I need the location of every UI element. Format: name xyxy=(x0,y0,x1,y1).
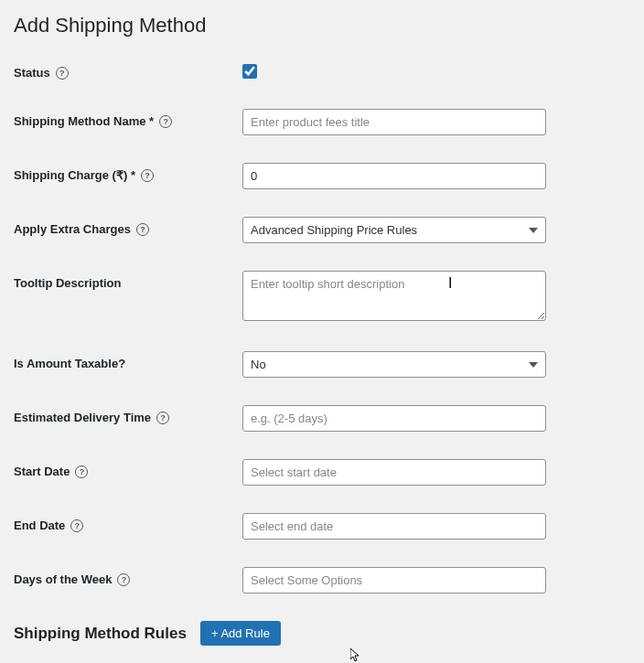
rules-title: Shipping Method Rules xyxy=(14,625,187,643)
method-name-input[interactable] xyxy=(242,109,546,135)
help-icon[interactable]: ? xyxy=(156,412,169,424)
extra-charges-select[interactable]: Advanced Shipping Price Rules xyxy=(242,217,546,243)
page-title: Add Shipping Method xyxy=(14,14,630,37)
end-date-input[interactable] xyxy=(242,513,546,540)
taxable-select[interactable]: No xyxy=(242,351,546,378)
help-icon[interactable]: ? xyxy=(136,223,149,236)
status-label: Status xyxy=(14,66,50,80)
help-icon[interactable]: ? xyxy=(117,573,130,586)
status-checkbox[interactable] xyxy=(242,64,257,79)
days-of-week-input[interactable] xyxy=(242,567,546,593)
extra-charges-label: Apply Extra Charges xyxy=(14,222,131,236)
help-icon[interactable]: ? xyxy=(159,115,172,128)
charge-label: Shipping Charge (₹) * xyxy=(14,168,135,182)
days-of-week-label: Days of the Week xyxy=(14,572,112,586)
delivery-time-label: Estimated Delivery Time xyxy=(14,411,151,424)
add-rule-button[interactable]: + Add Rule xyxy=(200,621,281,646)
help-icon[interactable]: ? xyxy=(75,465,88,478)
start-date-input[interactable] xyxy=(242,459,546,486)
help-icon[interactable]: ? xyxy=(56,67,69,80)
help-icon[interactable]: ? xyxy=(141,169,154,182)
method-name-label: Shipping Method Name * xyxy=(14,114,154,128)
taxable-label: Is Amount Taxable? xyxy=(14,357,125,370)
tooltip-label: Tooltip Description xyxy=(14,276,121,290)
delivery-time-input[interactable] xyxy=(242,405,546,432)
cursor-icon xyxy=(350,648,361,663)
start-date-label: Start Date xyxy=(14,465,70,478)
help-icon[interactable]: ? xyxy=(70,519,83,532)
tooltip-textarea[interactable] xyxy=(242,271,546,321)
end-date-label: End Date xyxy=(14,519,65,532)
charge-input[interactable] xyxy=(242,163,546,189)
